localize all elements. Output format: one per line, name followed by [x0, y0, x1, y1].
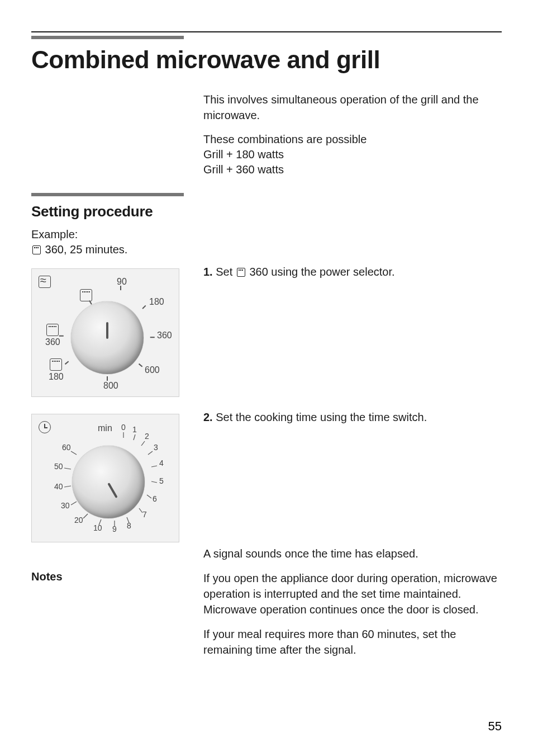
- time-tick-20: 20: [74, 516, 83, 525]
- grill-360-label: 360: [45, 337, 60, 347]
- time-tick-40: 40: [54, 482, 63, 491]
- page-top-rule: [31, 31, 502, 32]
- svg-line-15: [71, 451, 77, 455]
- grill-180-icon: [50, 358, 62, 371]
- intro-combinations-line1: These combinations are possible: [203, 132, 502, 147]
- svg-line-11: [83, 514, 88, 518]
- intro-combinations-line2: Grill + 180 watts: [203, 147, 502, 162]
- example-label: Example:: [31, 228, 78, 240]
- grill-360-icon: [46, 324, 59, 336]
- step-2-number: 2.: [203, 411, 213, 423]
- grill-icon: [237, 268, 245, 277]
- step-1-text-pre: Set: [216, 266, 232, 278]
- time-tick-50: 50: [54, 462, 63, 471]
- power-selector-figure: 90 180 360 600 800 360 180: [31, 268, 179, 397]
- power-value-800: 800: [103, 381, 118, 391]
- notes-paragraph-1: If you open the appliance door during op…: [203, 570, 502, 617]
- step-1-number: 1.: [203, 266, 213, 278]
- microwave-waves-icon: [39, 276, 51, 288]
- svg-line-5: [151, 481, 157, 483]
- svg-line-2: [141, 441, 145, 446]
- step-1-text-post: 360 using the power selector.: [246, 266, 395, 278]
- example-block: Example: 360, 25 minutes.: [31, 227, 199, 257]
- time-tick-0: 0: [121, 423, 126, 432]
- notes-heading: Notes: [31, 570, 199, 583]
- section-accent-bar: [31, 193, 184, 196]
- power-value-360: 360: [157, 330, 172, 341]
- svg-line-4: [151, 466, 157, 467]
- step-2-text: Set the cooking time using the time swit…: [216, 411, 427, 423]
- time-tick-2: 2: [145, 432, 149, 441]
- time-tick-4: 4: [159, 459, 164, 467]
- power-selector-pointer: [106, 322, 108, 339]
- intro-paragraph-1: This involves simultaneous operation of …: [203, 92, 502, 123]
- time-switch-pointer: [107, 483, 117, 498]
- grill-icon: [32, 245, 41, 254]
- step-1: 1. Set 360 using the power selector.: [203, 264, 502, 280]
- time-tick-1: 1: [132, 425, 137, 434]
- svg-line-12: [71, 502, 77, 505]
- svg-line-14: [64, 468, 71, 469]
- time-tick-3: 3: [154, 443, 158, 452]
- step-2: 2. Set the cooking time using the time s…: [203, 409, 502, 425]
- power-value-90: 90: [117, 277, 127, 287]
- power-value-600: 600: [145, 365, 160, 375]
- time-tick-10: 10: [93, 523, 102, 532]
- time-switch-knob[interactable]: [72, 446, 145, 518]
- page-accent-bar: [31, 36, 184, 39]
- power-value-180: 180: [149, 297, 164, 307]
- time-tick-6: 6: [153, 494, 157, 503]
- grill-180-label: 180: [49, 372, 64, 382]
- grill-icon: [80, 289, 92, 301]
- page-number: 55: [488, 719, 502, 734]
- time-tick-5: 5: [159, 476, 164, 485]
- svg-line-1: [134, 434, 135, 440]
- time-tick-60: 60: [62, 443, 71, 452]
- svg-line-13: [64, 486, 71, 487]
- time-tick-30: 30: [61, 501, 70, 510]
- page-title: Combined microwave and grill: [31, 46, 502, 74]
- intro-block: This involves simultaneous operation of …: [31, 92, 502, 177]
- notes-paragraph-2: If your meal requires more than 60 minut…: [203, 626, 502, 658]
- svg-line-6: [147, 495, 151, 498]
- time-tick-7: 7: [142, 510, 147, 519]
- svg-line-3: [148, 451, 153, 455]
- setting-procedure-heading: Setting procedure: [31, 203, 199, 220]
- example-value: 360, 25 minutes.: [42, 243, 127, 256]
- intro-combinations-line3: Grill + 360 watts: [203, 162, 502, 177]
- signal-text: A signal sounds once the time has elapse…: [203, 546, 502, 561]
- power-selector-knob[interactable]: [71, 301, 144, 374]
- time-switch-figure: min 0 1 2 3 4 5 6 7 8 9 10 20 30 40: [31, 414, 179, 542]
